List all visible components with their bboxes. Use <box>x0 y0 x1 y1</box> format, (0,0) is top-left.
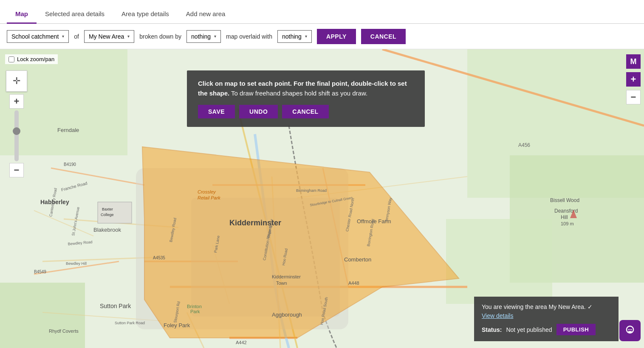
svg-text:Sutton Park: Sutton Park <box>100 303 131 309</box>
map-container[interactable]: A456 A448 A4535 B4190 B4549 A442 Ferndal… <box>0 49 644 348</box>
undo-draw-button[interactable]: UNDO <box>239 105 278 118</box>
svg-text:Rhydf Coverts: Rhydf Coverts <box>49 328 79 334</box>
svg-text:Hill: Hill <box>561 214 568 220</box>
map-marker-button[interactable]: M <box>626 54 641 69</box>
tabs-bar: Map Selected area details Area type deta… <box>0 0 644 24</box>
tab-map[interactable]: Map <box>7 5 37 24</box>
svg-text:Birmingham Road: Birmingham Road <box>296 188 327 193</box>
svg-text:B4549: B4549 <box>34 269 46 274</box>
publish-button[interactable]: PUBLISH <box>556 324 596 335</box>
map-marker-icon: M <box>630 57 637 66</box>
draw-actions: SAVE UNDO CANCEL <box>198 105 414 118</box>
svg-text:Kidderminster: Kidderminster <box>272 274 301 279</box>
map-zoom-in-button[interactable]: + <box>626 72 641 87</box>
svg-text:109 m: 109 m <box>561 221 574 226</box>
info-area-text: You are viewing the area My New Area. <box>482 303 586 310</box>
zoom-slider-thumb[interactable] <box>13 127 20 135</box>
svg-text:Town: Town <box>276 281 287 286</box>
cancel-toolbar-button[interactable]: CANCEL <box>361 29 406 44</box>
svg-text:Crossley: Crossley <box>198 189 216 194</box>
pan-control[interactable]: ✛ <box>6 70 27 92</box>
zoom-in-button[interactable]: + <box>9 94 24 109</box>
svg-text:Bissell Wood: Bissell Wood <box>550 197 579 203</box>
area-name-label: My New Area <box>89 33 124 40</box>
svg-text:A456: A456 <box>518 142 530 148</box>
chat-button[interactable] <box>619 320 641 341</box>
overlay-chevron-icon: ▾ <box>305 34 307 39</box>
overlay-value-label: nothing <box>282 33 302 40</box>
lock-zoom-control[interactable]: Lock zoom/pan <box>5 54 58 64</box>
svg-text:Park: Park <box>190 309 200 314</box>
draw-instructions-tooltip: Click on map to set each point. For the … <box>187 70 425 127</box>
svg-text:Blakebrook: Blakebrook <box>93 227 121 233</box>
broken-down-dropdown[interactable]: nothing ▾ <box>186 30 221 43</box>
overlay-label: map overlaid with <box>226 33 272 40</box>
svg-text:Comberton: Comberton <box>344 256 371 263</box>
tab-selected-area-details[interactable]: Selected area details <box>37 5 113 24</box>
info-panel-status: Status: Not yet published PUBLISH <box>482 324 611 335</box>
lock-zoom-label: Lock zoom/pan <box>17 56 54 62</box>
svg-text:Bewdley Hill: Bewdley Hill <box>66 261 87 266</box>
svg-text:College: College <box>101 213 114 217</box>
svg-rect-5 <box>446 219 552 304</box>
svg-text:A448: A448 <box>348 281 359 286</box>
info-panel-text: You are viewing the area My New Area. ✓ … <box>482 303 611 320</box>
cancel-draw-button[interactable]: CANCEL <box>282 105 328 118</box>
svg-text:Ferndale: Ferndale <box>57 127 79 133</box>
zoom-in-icon: + <box>14 96 20 107</box>
broken-down-label: broken down by <box>139 33 181 40</box>
zoom-slider-track <box>14 110 19 161</box>
zoom-out-button[interactable]: − <box>9 163 24 177</box>
svg-point-79 <box>628 329 629 330</box>
svg-text:Retail Park: Retail Park <box>198 195 220 200</box>
area-name-dropdown[interactable]: My New Area ▾ <box>84 30 134 43</box>
map-zoom-out-icon: − <box>631 92 636 103</box>
tab-add-new-area[interactable]: Add new area <box>178 5 234 24</box>
map-zoom-in-icon: + <box>631 74 636 85</box>
view-details-link[interactable]: View details <box>482 312 513 319</box>
svg-point-81 <box>631 329 632 330</box>
svg-text:A442: A442 <box>236 340 247 345</box>
status-value: Not yet published <box>506 326 552 333</box>
broken-down-value-label: nothing <box>191 33 211 40</box>
lock-zoom-checkbox[interactable] <box>8 56 14 62</box>
broken-down-chevron-icon: ▾ <box>214 34 216 39</box>
overlay-dropdown[interactable]: nothing ▾ <box>277 30 312 43</box>
dropdown-icon: ✓ <box>588 303 593 310</box>
area-name-chevron-icon: ▾ <box>127 34 130 39</box>
area-type-chevron-icon: ▾ <box>62 34 64 39</box>
nav-controls: ✛ + − <box>6 70 27 177</box>
svg-text:Brinton: Brinton <box>187 304 202 309</box>
svg-text:Baxter: Baxter <box>102 207 113 211</box>
area-type-dropdown[interactable]: School catchment ▾ <box>7 30 69 43</box>
toolbar: School catchment ▾ of My New Area ▾ brok… <box>0 24 644 49</box>
map-zoom-out-button[interactable]: − <box>626 90 641 104</box>
status-label: Status: <box>482 326 502 333</box>
apply-button[interactable]: APPLY <box>317 29 356 44</box>
of-label: of <box>74 33 79 40</box>
svg-rect-4 <box>0 283 85 348</box>
pan-icon: ✛ <box>13 76 20 87</box>
svg-text:A4535: A4535 <box>153 255 165 260</box>
svg-text:Aggborough: Aggborough <box>272 312 302 318</box>
svg-point-80 <box>630 329 630 330</box>
save-draw-button[interactable]: SAVE <box>198 105 235 118</box>
area-type-label: School catchment <box>11 33 59 40</box>
tab-area-type-details[interactable]: Area type details <box>113 5 178 24</box>
chat-icon <box>624 325 636 337</box>
zoom-out-icon: − <box>14 165 20 176</box>
svg-text:B4190: B4190 <box>64 162 76 167</box>
info-panel: You are viewing the area My New Area. ✓ … <box>474 297 619 341</box>
draw-instructions-text: Click on map to set each point. For the … <box>198 79 414 98</box>
svg-text:Sutton Park Road: Sutton Park Road <box>115 321 145 325</box>
